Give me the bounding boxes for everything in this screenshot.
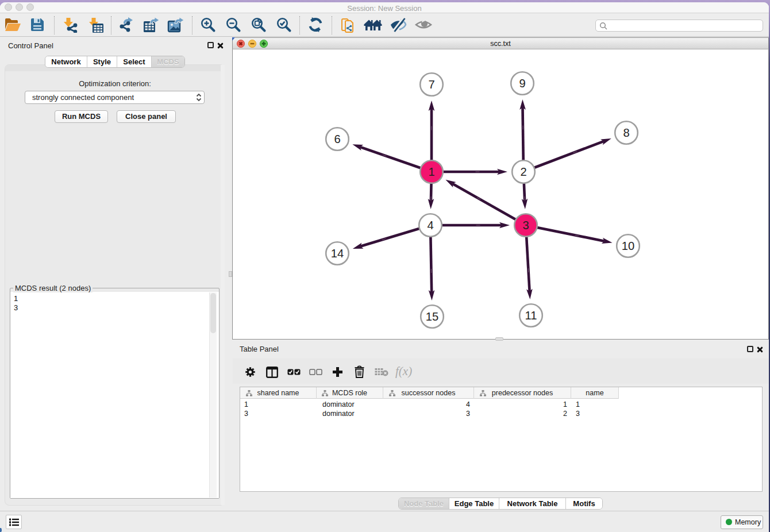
svg-text:15: 15 (426, 310, 438, 323)
svg-text:11: 11 (525, 309, 537, 322)
svg-text:14: 14 (331, 247, 344, 260)
svg-text:6: 6 (334, 133, 340, 145)
svg-text:7: 7 (428, 78, 434, 91)
svg-text:2: 2 (520, 165, 526, 178)
svg-text:1: 1 (428, 165, 434, 178)
svg-text:9: 9 (519, 77, 525, 90)
svg-text:3: 3 (522, 219, 529, 232)
svg-text:8: 8 (623, 126, 629, 139)
svg-text:10: 10 (622, 240, 634, 252)
svg-text:4: 4 (427, 219, 433, 232)
